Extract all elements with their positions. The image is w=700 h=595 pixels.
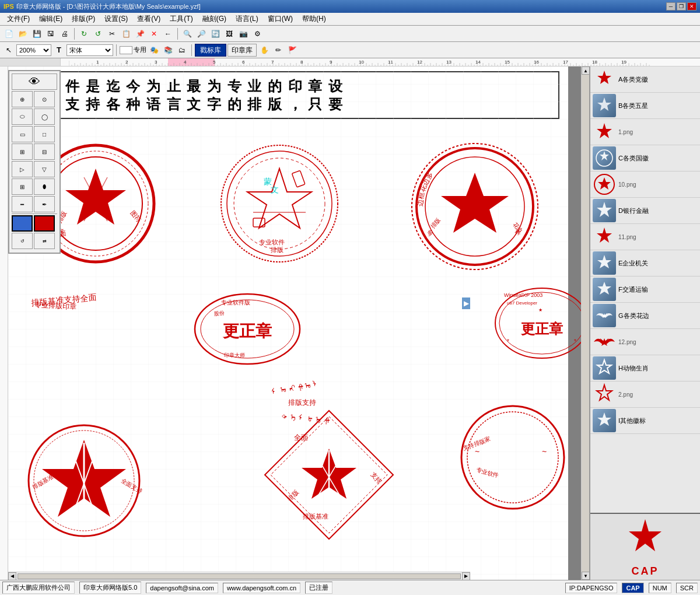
background-color[interactable] bbox=[34, 215, 55, 232]
save-all-button[interactable]: 🖫 bbox=[44, 27, 57, 40]
tool-circle2[interactable]: ⊙ bbox=[34, 91, 55, 107]
camera-button[interactable]: 📷 bbox=[237, 27, 250, 40]
tool-oval1[interactable]: ⬭ bbox=[12, 108, 33, 125]
svg-text:专业软件: 专业软件 bbox=[259, 239, 285, 246]
eye-tool[interactable]: 👁 bbox=[12, 74, 57, 90]
image-button[interactable]: 🖼 bbox=[223, 27, 236, 40]
lib-item-D[interactable]: D银行金融 bbox=[590, 198, 700, 224]
seal-4[interactable]: 更正章 专业软件版 股份 印章大师 bbox=[189, 288, 306, 370]
lib-item-H[interactable]: H动物生肖 bbox=[590, 355, 700, 382]
scroll-left-button[interactable]: ◀ bbox=[8, 572, 16, 580]
open-button[interactable]: 📂 bbox=[16, 27, 29, 40]
tool-rect2[interactable]: □ bbox=[34, 126, 55, 142]
undo-button[interactable]: ← bbox=[162, 27, 174, 40]
lib-item-11png[interactable]: 11.png bbox=[590, 224, 700, 250]
tool-shape1[interactable]: ▷ bbox=[12, 161, 33, 177]
status-product: 印章大师网络版5.0 bbox=[79, 582, 141, 594]
svg-text:*: * bbox=[574, 338, 576, 345]
seal-5[interactable]: WinsealXP 2003 u87 Developer ★ 更正章 * * bbox=[492, 282, 581, 364]
lib-item-E[interactable]: E企业机关 bbox=[590, 250, 700, 276]
lib-svg-A bbox=[593, 68, 616, 91]
refresh-button[interactable]: ↻ bbox=[78, 27, 90, 40]
tool-line[interactable]: ━ bbox=[12, 196, 33, 212]
seal-8[interactable]: 支持排版家 专业软件 ~ ~ bbox=[457, 399, 568, 516]
tool-shape2[interactable]: ▽ bbox=[34, 161, 55, 177]
library-btn2[interactable]: 📚 bbox=[162, 44, 174, 57]
seal-6[interactable]: 排版基准 全面支持 bbox=[26, 405, 142, 545]
unknown-button[interactable]: ⚙ bbox=[251, 27, 264, 40]
menu-help[interactable]: 帮助(H) bbox=[298, 13, 331, 25]
menu-layout[interactable]: 排版(P) bbox=[67, 13, 100, 25]
zhuangku-button[interactable]: 戳标库 bbox=[195, 44, 226, 57]
tool-circle1[interactable]: ⊕ bbox=[12, 91, 33, 107]
svg-text:更正章: 更正章 bbox=[222, 321, 272, 340]
svg-text:股份: 股份 bbox=[214, 310, 225, 317]
canvas-header-box[interactable]: 本 软 件 是 迄 今 为 止 最 为 专 业 的 印 章 设 完 善 支 持 … bbox=[17, 71, 559, 119]
menu-tools[interactable]: 工具(T) bbox=[165, 13, 197, 25]
tool-oval2[interactable]: ◯ bbox=[34, 108, 55, 125]
cut-button[interactable]: ✂ bbox=[106, 27, 118, 40]
delete-button[interactable]: ✕ bbox=[148, 27, 160, 40]
foreground-color[interactable] bbox=[12, 215, 33, 232]
zoom-fit-button[interactable]: 🔍 bbox=[181, 27, 194, 40]
tool-ellipse[interactable]: ⬮ bbox=[34, 178, 55, 195]
menu-view[interactable]: 查看(V) bbox=[132, 13, 165, 25]
statusbar: 广西大鹏应用软件公司 印章大师网络版5.0 dapengsoft@sina.co… bbox=[0, 580, 700, 595]
svg-text:全面: 全面 bbox=[294, 433, 308, 442]
scroll-track-v[interactable] bbox=[582, 75, 589, 572]
library-btn1[interactable]: 🎭 bbox=[148, 44, 160, 57]
expand-panel-arrow[interactable]: ▶ bbox=[462, 298, 470, 309]
library-btn3[interactable]: 🗂 bbox=[176, 44, 188, 57]
rotate-button[interactable]: 🔄 bbox=[209, 27, 222, 40]
lib-item-10png[interactable]: 10.png bbox=[590, 172, 700, 198]
scroll-right-button[interactable]: ▶ bbox=[462, 572, 470, 580]
zoom-select[interactable]: 200%100%150%50% bbox=[16, 44, 51, 56]
cursor-button[interactable]: ↖ bbox=[2, 44, 15, 57]
tool-rect1[interactable]: ▭ bbox=[12, 126, 33, 142]
restore-button[interactable]: ❐ bbox=[677, 2, 686, 10]
flag-tool[interactable]: 🚩 bbox=[286, 44, 299, 57]
menu-language[interactable]: 语言(L) bbox=[231, 13, 263, 25]
color-reset[interactable]: ↺ bbox=[12, 233, 33, 249]
lib-item-12png[interactable]: 12.png bbox=[590, 329, 700, 355]
zoom-out-button[interactable]: 🔎 bbox=[195, 27, 208, 40]
scroll-up-button[interactable]: ▲ bbox=[582, 66, 590, 75]
copy-button[interactable]: 📋 bbox=[120, 27, 132, 40]
exclusive-checkbox[interactable] bbox=[120, 46, 132, 54]
print-button[interactable]: 🖨 bbox=[58, 27, 71, 40]
lib-item-2png[interactable]: 2.png bbox=[590, 382, 700, 408]
scroll-track-h[interactable] bbox=[18, 573, 461, 579]
save-button[interactable]: 💾 bbox=[30, 27, 43, 40]
lib-item-A[interactable]: A各类党徽 bbox=[590, 66, 700, 93]
yinzhangku-button[interactable]: 印章库 bbox=[228, 44, 257, 57]
font-select[interactable]: 宋体黑体楷体 bbox=[66, 44, 113, 56]
menu-engrave[interactable]: 融刻(G) bbox=[198, 13, 231, 25]
color-swap[interactable]: ⇄ bbox=[34, 233, 55, 249]
menu-file[interactable]: 文件(F) bbox=[2, 13, 34, 25]
seal-middle-band[interactable]: 排版基准支持全面 专业排版印章 bbox=[26, 276, 172, 323]
tool-pen[interactable]: ✒ bbox=[34, 196, 55, 212]
hand-tool[interactable]: ✋ bbox=[258, 44, 271, 57]
tool-table[interactable]: ⊞ bbox=[12, 178, 33, 195]
close-button[interactable]: ✕ bbox=[687, 2, 696, 10]
seal-2[interactable]: 蒙 文 专业软件 排版 bbox=[212, 136, 346, 271]
tool-grid2[interactable]: ⊟ bbox=[34, 144, 55, 160]
lib-item-C[interactable]: C各类国徽 bbox=[590, 145, 700, 172]
lib-item-G[interactable]: G各类花边 bbox=[590, 303, 700, 329]
pencil-tool[interactable]: ✏ bbox=[272, 44, 285, 57]
lib-item-I[interactable]: I其他徽标 bbox=[590, 408, 700, 434]
minimize-button[interactable]: ─ bbox=[666, 2, 676, 10]
lib-item-F[interactable]: F交通运输 bbox=[590, 276, 700, 303]
seal-3[interactable]: 边框花边多 排版 花边 多 样 bbox=[405, 136, 545, 276]
lib-item-1png[interactable]: 1.png bbox=[590, 119, 700, 145]
tool-grid[interactable]: ⊞ bbox=[12, 144, 33, 160]
scroll-down-button[interactable]: ▼ bbox=[582, 572, 590, 580]
lib-item-B[interactable]: B各类五星 bbox=[590, 93, 700, 119]
menu-settings[interactable]: 设置(S) bbox=[100, 13, 132, 25]
paste-button[interactable]: 📌 bbox=[134, 27, 146, 40]
refresh2-button[interactable]: ↺ bbox=[92, 27, 104, 40]
new-button[interactable]: 📄 bbox=[2, 27, 15, 40]
menu-window[interactable]: 窗口(W) bbox=[263, 13, 298, 25]
menu-edit[interactable]: 编辑(E) bbox=[34, 13, 67, 25]
seal-mongolian[interactable]: ᠮᠣᠩᠭᠣᠯ 排版支持 ᠲᠡᠮᠳᠡᠭ 全面 bbox=[259, 358, 376, 475]
